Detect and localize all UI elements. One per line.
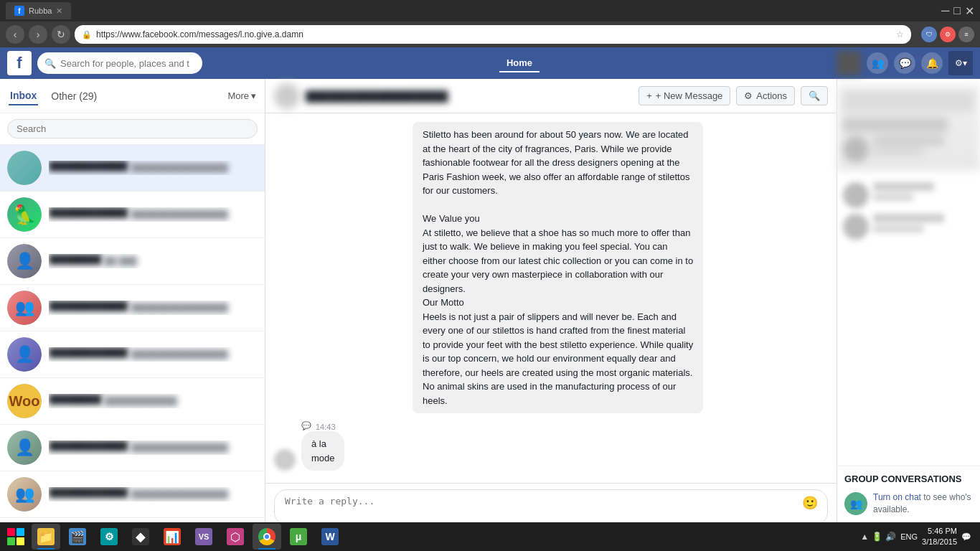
extension-menu-icon[interactable]: ≡ (958, 27, 974, 42)
facebook-header: f 🔍 Home 👥 💬 🔔 ⚙▾ (0, 47, 980, 79)
facebook-search-bar[interactable]: 🔍 (37, 52, 202, 74)
sender-name: ████████████ (49, 161, 128, 171)
taskbar-app-vs[interactable]: VS (189, 524, 218, 550)
reply-textarea[interactable] (274, 489, 828, 525)
taskbar-app-arduino[interactable]: ⚙ (95, 524, 123, 550)
more-button[interactable]: More ▾ (227, 90, 256, 101)
message-search-input[interactable] (7, 119, 258, 138)
forward-button[interactable]: › (29, 25, 47, 44)
facebook-logo: f (7, 51, 32, 75)
avatar: 👥 (7, 291, 42, 325)
browser-controls: ‹ › ↻ 🔒 https://www.facebook.com/message… (0, 22, 980, 47)
turn-on-chat-link[interactable]: Turn on chat (873, 492, 921, 502)
message-preview: ████████████████ (131, 209, 228, 220)
search-icon: 🔍 (809, 90, 820, 101)
message-time: 14:43 (316, 423, 340, 431)
avatar: 👤 (7, 430, 42, 465)
search-conversation-button[interactable]: 🔍 (801, 86, 828, 105)
inbox-tab[interactable]: Inbox (9, 87, 38, 105)
reload-button[interactable]: ↻ (52, 25, 70, 44)
home-nav-button[interactable]: Home (499, 55, 540, 72)
taskbar-app-matlab[interactable]: 📊 (158, 524, 187, 550)
list-item[interactable]: Woo ████████ ████████████ (0, 378, 265, 425)
profile-button[interactable] (837, 51, 861, 75)
notifications-button[interactable]: 💬 (961, 532, 971, 542)
message-bubble-container: 💬 14:43 à la mode (274, 420, 828, 471)
sender-name: ████████████ (49, 487, 128, 498)
message-info: ████████████ ████████████████ (49, 301, 258, 315)
message-list: ████████████ ████████████████ 🦜 ████████… (0, 145, 265, 551)
conversation-messages: Stiletto has been around for about 50 ye… (265, 113, 837, 483)
message-info: ████████ ██ ███ (49, 254, 258, 268)
taskbar-app-unity[interactable]: ◆ (126, 524, 155, 550)
message-preview: ████████████████ (131, 443, 228, 453)
messages-icon[interactable]: 💬 (894, 52, 915, 74)
back-button[interactable]: ‹ (6, 25, 24, 44)
gear-icon: ⚙ (744, 90, 753, 101)
message-preview: ████████████████ (131, 163, 228, 173)
sender-name: ████████████ (49, 347, 128, 358)
taskbar-app-custom[interactable]: ⬡ (221, 524, 250, 550)
list-item[interactable]: 👤 ████████████ ████████████████ (0, 425, 265, 471)
other-tab[interactable]: Other (29) (50, 88, 98, 105)
message-sidebar: Inbox Other (29) More ▾ ████████████ ███… (0, 79, 265, 551)
language-indicator: ENG (900, 532, 918, 541)
taskbar-app-explorer[interactable]: 📁 (32, 524, 60, 550)
avatar (7, 151, 42, 185)
header-search-input[interactable] (60, 58, 189, 69)
group-conversations-section: GROUP CONVERSATIONS 👥 Turn on chat to se… (837, 466, 980, 524)
taskbar-app-word[interactable]: W (316, 524, 344, 550)
main-layout: Inbox Other (29) More ▾ ████████████ ███… (0, 79, 980, 551)
address-bar[interactable]: 🔒 https://www.facebook.com/messages/l.no… (75, 25, 911, 44)
message-info: ████████████ ████████████████ (49, 161, 258, 175)
conversation-name: ████████████████████ (306, 90, 633, 102)
notifications-icon[interactable]: 🔔 (921, 52, 943, 74)
list-item[interactable]: ████████████ ████████████████ (0, 145, 265, 192)
volume-icon: 🔊 (885, 532, 896, 542)
tab-close-button[interactable]: ✕ (56, 6, 62, 16)
message-bubble: 💬 14:43 à la mode (301, 420, 362, 471)
bookmark-icon[interactable]: ☆ (896, 29, 904, 39)
group-conversation-item[interactable]: 👥 Turn on chat to see who's available. (844, 489, 973, 519)
message-preview: ████████████████ (131, 489, 228, 499)
maximize-button[interactable]: □ (953, 4, 961, 17)
list-item[interactable]: 🦜 ████████████ ████████████████ (0, 192, 265, 238)
network-icon: ▲ (860, 532, 869, 542)
message-info: ████████████ ████████████████ (49, 441, 258, 455)
woo-avatar: Woo (7, 384, 42, 418)
sender-name: ████████████ (49, 441, 128, 451)
browser-tab[interactable]: f Rubba ✕ (6, 2, 71, 19)
message-bubble: Stiletto has been around for about 50 ye… (413, 122, 828, 413)
close-button[interactable]: ✕ (965, 4, 974, 18)
message-icon: 💬 (301, 421, 311, 430)
start-button[interactable] (3, 524, 29, 550)
taskbar-app-chrome[interactable] (253, 524, 281, 550)
message-search-box (0, 113, 265, 145)
friend-requests-icon[interactable]: 👥 (867, 52, 888, 74)
group-conversations-title: GROUP CONVERSATIONS (844, 474, 973, 484)
sender-name: ████████████ (49, 301, 128, 311)
actions-button[interactable]: ⚙ Actions (736, 86, 795, 105)
clock-date: 3/18/2015 (922, 537, 957, 547)
list-item[interactable]: 👤 ████████████ ████████████████ (0, 331, 265, 378)
extension-shield-icon[interactable]: 🛡 (921, 27, 937, 42)
message-preview: ████████████ (104, 396, 177, 406)
taskbar-app-media[interactable]: 🎬 (63, 524, 92, 550)
minimize-button[interactable]: ─ (941, 4, 949, 17)
avatar: 👤 (7, 337, 42, 372)
taskbar-app-utorrent[interactable]: μ (284, 524, 313, 550)
conversation-actions: + + New Message ⚙ Actions 🔍 (639, 86, 828, 105)
settings-button[interactable]: ⚙▾ (948, 51, 973, 75)
taskbar-right: ▲ 🔋 🔊 ENG 5:46 PM 3/18/2015 💬 (860, 526, 977, 548)
extension-custom-icon[interactable]: ⚙ (940, 27, 956, 42)
conversation-header: ████████████████████ + + New Message ⚙ A… (265, 79, 837, 113)
message-preview: ██ ███ (104, 256, 137, 266)
message-info: ████████████ ████████████████ (49, 207, 258, 222)
message-info: ████████████ ████████████████ (49, 347, 258, 362)
list-item[interactable]: 👥 ████████████ ████████████████ (0, 471, 265, 518)
new-message-button[interactable]: + + New Message (639, 86, 730, 105)
emoji-button[interactable]: 🙂 (802, 495, 818, 511)
list-item[interactable]: 👤 ████████ ██ ███ (0, 238, 265, 285)
list-item[interactable]: 👥 ████████████ ████████████████ (0, 285, 265, 331)
header-search-icon: 🔍 (44, 58, 56, 69)
